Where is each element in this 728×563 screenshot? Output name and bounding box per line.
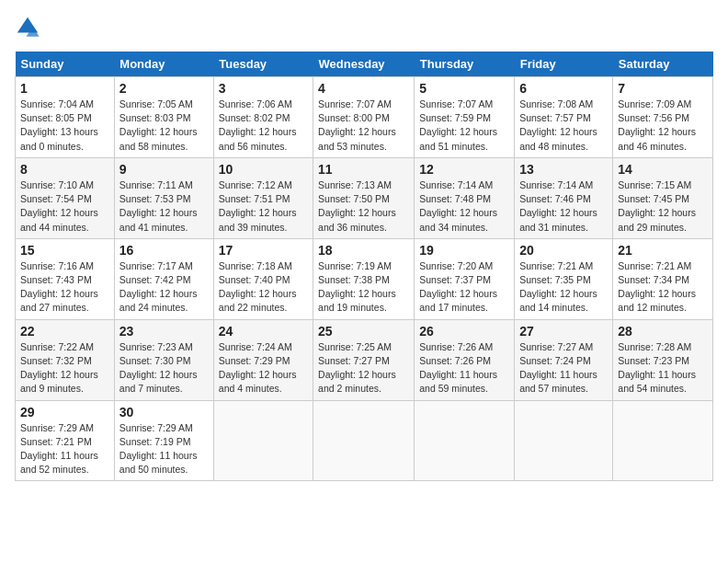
calendar-body: 1Sunrise: 7:04 AM Sunset: 8:05 PM Daylig…	[16, 77, 713, 481]
page-header	[15, 15, 713, 40]
day-info: Sunrise: 7:07 AM Sunset: 7:59 PM Dayligh…	[419, 98, 509, 154]
day-info: Sunrise: 7:05 AM Sunset: 8:03 PM Dayligh…	[119, 98, 209, 154]
day-info: Sunrise: 7:14 AM Sunset: 7:46 PM Dayligh…	[519, 178, 608, 235]
calendar-cell: 13Sunrise: 7:14 AM Sunset: 7:46 PM Dayli…	[515, 157, 613, 238]
dow-header-monday: Monday	[114, 52, 213, 77]
calendar-cell: 29Sunrise: 7:29 AM Sunset: 7:21 PM Dayli…	[16, 400, 115, 481]
dow-header-tuesday: Tuesday	[213, 52, 313, 77]
day-info: Sunrise: 7:21 AM Sunset: 7:35 PM Dayligh…	[519, 259, 608, 316]
calendar-week-2: 8Sunrise: 7:10 AM Sunset: 7:54 PM Daylig…	[16, 157, 713, 238]
calendar-cell: 17Sunrise: 7:18 AM Sunset: 7:40 PM Dayli…	[213, 238, 313, 319]
calendar-cell: 8Sunrise: 7:10 AM Sunset: 7:54 PM Daylig…	[16, 157, 115, 238]
calendar-cell: 6Sunrise: 7:08 AM Sunset: 7:57 PM Daylig…	[515, 77, 613, 158]
day-number: 8	[20, 162, 109, 177]
dow-header-saturday: Saturday	[613, 52, 713, 77]
day-number: 19	[419, 243, 509, 258]
day-info: Sunrise: 7:20 AM Sunset: 7:37 PM Dayligh…	[419, 259, 509, 316]
logo	[15, 15, 44, 40]
day-number: 9	[119, 162, 209, 177]
calendar-cell: 1Sunrise: 7:04 AM Sunset: 8:05 PM Daylig…	[16, 77, 115, 158]
calendar-cell: 24Sunrise: 7:24 AM Sunset: 7:29 PM Dayli…	[213, 319, 313, 400]
day-info: Sunrise: 7:22 AM Sunset: 7:32 PM Dayligh…	[20, 340, 109, 396]
day-info: Sunrise: 7:11 AM Sunset: 7:53 PM Dayligh…	[119, 178, 209, 235]
day-info: Sunrise: 7:17 AM Sunset: 7:42 PM Dayligh…	[119, 259, 209, 316]
day-info: Sunrise: 7:09 AM Sunset: 7:56 PM Dayligh…	[618, 98, 708, 154]
day-number: 5	[419, 81, 509, 96]
calendar-cell: 15Sunrise: 7:16 AM Sunset: 7:43 PM Dayli…	[16, 238, 115, 319]
calendar-table: SundayMondayTuesdayWednesdayThursdayFrid…	[15, 52, 713, 481]
calendar-cell: 22Sunrise: 7:22 AM Sunset: 7:32 PM Dayli…	[16, 319, 115, 400]
calendar-cell: 7Sunrise: 7:09 AM Sunset: 7:56 PM Daylig…	[613, 77, 713, 158]
day-number: 28	[618, 324, 708, 339]
calendar-cell: 21Sunrise: 7:21 AM Sunset: 7:34 PM Dayli…	[613, 238, 713, 319]
calendar-cell: 27Sunrise: 7:27 AM Sunset: 7:24 PM Dayli…	[515, 319, 613, 400]
day-number: 16	[119, 243, 209, 258]
calendar-cell: 19Sunrise: 7:20 AM Sunset: 7:37 PM Dayli…	[415, 238, 515, 319]
calendar-week-3: 15Sunrise: 7:16 AM Sunset: 7:43 PM Dayli…	[16, 238, 713, 319]
day-info: Sunrise: 7:15 AM Sunset: 7:45 PM Dayligh…	[618, 178, 708, 235]
calendar-cell: 20Sunrise: 7:21 AM Sunset: 7:35 PM Dayli…	[515, 238, 613, 319]
day-info: Sunrise: 7:12 AM Sunset: 7:51 PM Dayligh…	[219, 178, 308, 235]
day-info: Sunrise: 7:29 AM Sunset: 7:19 PM Dayligh…	[119, 421, 209, 477]
day-info: Sunrise: 7:16 AM Sunset: 7:43 PM Dayligh…	[20, 259, 109, 316]
day-number: 29	[20, 405, 109, 419]
calendar-cell	[213, 400, 313, 481]
calendar-cell: 10Sunrise: 7:12 AM Sunset: 7:51 PM Dayli…	[213, 157, 313, 238]
day-number: 27	[519, 324, 608, 339]
day-number: 22	[20, 324, 109, 339]
dow-header-sunday: Sunday	[16, 52, 115, 77]
calendar-cell: 28Sunrise: 7:28 AM Sunset: 7:23 PM Dayli…	[613, 319, 713, 400]
calendar-cell	[515, 400, 613, 481]
day-number: 1	[20, 81, 109, 96]
day-info: Sunrise: 7:27 AM Sunset: 7:24 PM Dayligh…	[519, 340, 608, 396]
day-number: 13	[519, 162, 608, 177]
calendar-week-1: 1Sunrise: 7:04 AM Sunset: 8:05 PM Daylig…	[16, 77, 713, 158]
day-number: 25	[318, 324, 409, 339]
calendar-cell	[415, 400, 515, 481]
day-number: 11	[318, 162, 409, 177]
calendar-cell: 26Sunrise: 7:26 AM Sunset: 7:26 PM Dayli…	[415, 319, 515, 400]
dow-header-wednesday: Wednesday	[313, 52, 415, 77]
day-number: 26	[419, 324, 509, 339]
day-number: 14	[618, 162, 708, 177]
calendar-week-5: 29Sunrise: 7:29 AM Sunset: 7:21 PM Dayli…	[16, 400, 713, 481]
day-number: 23	[119, 324, 209, 339]
day-number: 21	[618, 243, 708, 258]
day-info: Sunrise: 7:08 AM Sunset: 7:57 PM Dayligh…	[519, 98, 608, 154]
day-info: Sunrise: 7:21 AM Sunset: 7:34 PM Dayligh…	[618, 259, 708, 316]
day-info: Sunrise: 7:24 AM Sunset: 7:29 PM Dayligh…	[219, 340, 308, 396]
day-number: 20	[519, 243, 608, 258]
calendar-cell: 4Sunrise: 7:07 AM Sunset: 8:00 PM Daylig…	[313, 77, 415, 158]
day-number: 3	[219, 81, 308, 96]
calendar-cell: 3Sunrise: 7:06 AM Sunset: 8:02 PM Daylig…	[213, 77, 313, 158]
day-number: 12	[419, 162, 509, 177]
calendar-cell: 23Sunrise: 7:23 AM Sunset: 7:30 PM Dayli…	[114, 319, 213, 400]
day-number: 17	[219, 243, 308, 258]
calendar-cell: 18Sunrise: 7:19 AM Sunset: 7:38 PM Dayli…	[313, 238, 415, 319]
day-info: Sunrise: 7:07 AM Sunset: 8:00 PM Dayligh…	[318, 98, 409, 154]
calendar-cell: 14Sunrise: 7:15 AM Sunset: 7:45 PM Dayli…	[613, 157, 713, 238]
day-info: Sunrise: 7:18 AM Sunset: 7:40 PM Dayligh…	[219, 259, 308, 316]
day-info: Sunrise: 7:26 AM Sunset: 7:26 PM Dayligh…	[419, 340, 509, 396]
day-info: Sunrise: 7:04 AM Sunset: 8:05 PM Dayligh…	[20, 98, 109, 154]
day-number: 15	[20, 243, 109, 258]
day-info: Sunrise: 7:23 AM Sunset: 7:30 PM Dayligh…	[119, 340, 209, 396]
calendar-cell: 12Sunrise: 7:14 AM Sunset: 7:48 PM Dayli…	[415, 157, 515, 238]
logo-icon	[15, 15, 40, 40]
day-number: 7	[618, 81, 708, 96]
calendar-cell	[613, 400, 713, 481]
calendar-cell: 5Sunrise: 7:07 AM Sunset: 7:59 PM Daylig…	[415, 77, 515, 158]
day-info: Sunrise: 7:06 AM Sunset: 8:02 PM Dayligh…	[219, 98, 308, 154]
day-info: Sunrise: 7:14 AM Sunset: 7:48 PM Dayligh…	[419, 178, 509, 235]
calendar-cell: 2Sunrise: 7:05 AM Sunset: 8:03 PM Daylig…	[114, 77, 213, 158]
calendar-cell: 11Sunrise: 7:13 AM Sunset: 7:50 PM Dayli…	[313, 157, 415, 238]
calendar-cell: 30Sunrise: 7:29 AM Sunset: 7:19 PM Dayli…	[114, 400, 213, 481]
calendar-cell: 25Sunrise: 7:25 AM Sunset: 7:27 PM Dayli…	[313, 319, 415, 400]
day-number: 30	[119, 405, 209, 419]
dow-header-friday: Friday	[515, 52, 613, 77]
calendar-cell: 16Sunrise: 7:17 AM Sunset: 7:42 PM Dayli…	[114, 238, 213, 319]
day-info: Sunrise: 7:19 AM Sunset: 7:38 PM Dayligh…	[318, 259, 409, 316]
day-info: Sunrise: 7:28 AM Sunset: 7:23 PM Dayligh…	[618, 340, 708, 396]
day-info: Sunrise: 7:10 AM Sunset: 7:54 PM Dayligh…	[20, 178, 109, 235]
day-info: Sunrise: 7:25 AM Sunset: 7:27 PM Dayligh…	[318, 340, 409, 396]
